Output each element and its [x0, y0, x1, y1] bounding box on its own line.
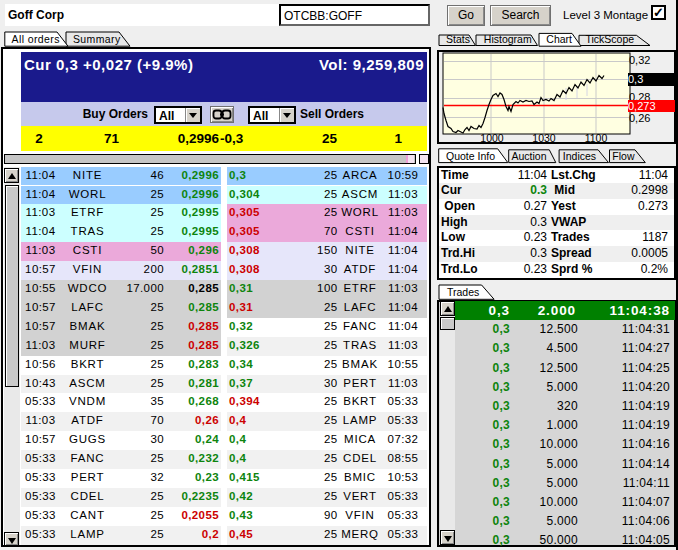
svg-text:1100: 1100	[585, 132, 608, 144]
svg-text:TickScope: TickScope	[586, 33, 635, 45]
svg-text:Summary: Summary	[73, 33, 121, 45]
svg-text:Auction: Auction	[512, 150, 547, 162]
svg-text:All orders: All orders	[12, 33, 60, 45]
svg-text:Chart: Chart	[546, 33, 572, 45]
svg-text:Indices: Indices	[563, 150, 596, 162]
svg-text:Histogram: Histogram	[484, 33, 532, 45]
svg-text:1000: 1000	[480, 132, 504, 144]
svg-text:Trades: Trades	[447, 286, 479, 298]
svg-text:1030: 1030	[532, 132, 556, 144]
svg-text:Flow: Flow	[612, 150, 635, 162]
svg-text:Quote Info: Quote Info	[446, 150, 495, 162]
svg-text:Stats: Stats	[446, 33, 470, 45]
